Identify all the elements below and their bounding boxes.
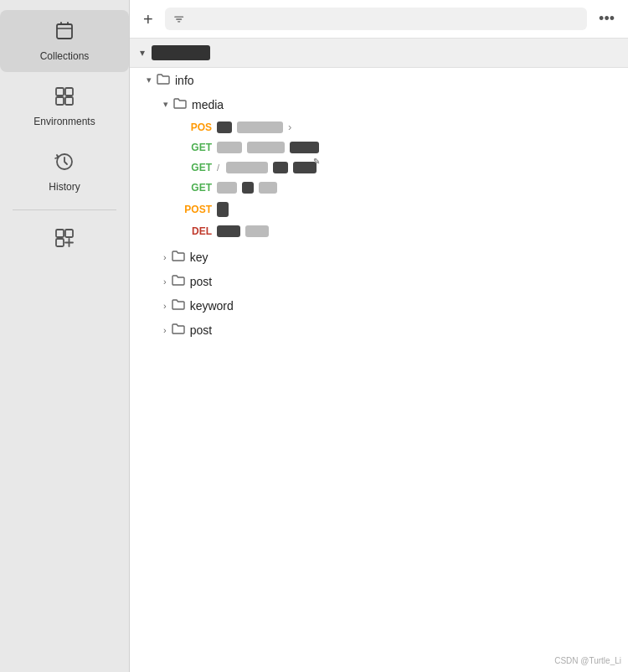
request-path-block-2 [247, 142, 285, 153]
folder-info-label: info [175, 74, 194, 87]
request-row-get-1[interactable]: GET [130, 137, 628, 158]
slash-icon: / [217, 163, 219, 173]
watermark: CSDN @Turtle_Li [554, 656, 621, 665]
request-file-icon [217, 202, 229, 217]
svg-rect-8 [56, 239, 64, 246]
keyword-chevron-icon: › [163, 301, 167, 311]
folder-post-2-label: post [190, 323, 212, 337]
request-row-get-3[interactable]: GET [130, 178, 628, 198]
more-options-button[interactable]: ••• [594, 7, 620, 31]
request-path-block-5b [245, 225, 269, 237]
request-path-block-4c [259, 182, 277, 194]
search-input[interactable] [191, 13, 579, 25]
toolbar: + ••• [130, 0, 628, 39]
folder-post-1[interactable]: › post [130, 269, 628, 293]
tree-view: ▾ ▾ info ▾ media POS [130, 39, 628, 672]
collections-label: Collections [40, 50, 90, 62]
folder-icon-post-1 [172, 274, 185, 288]
method-del-1: DEL [180, 225, 212, 237]
folder-key-label: key [190, 251, 208, 264]
collections-icon [54, 20, 75, 47]
folder-post-2[interactable]: › post [130, 318, 628, 342]
svg-rect-0 [57, 24, 72, 39]
method-get-2: GET [180, 162, 212, 173]
root-chevron-icon: ▾ [140, 47, 145, 59]
sidebar-item-history[interactable]: History [0, 141, 129, 203]
folder-media-label: media [192, 98, 224, 111]
search-bar[interactable] [165, 8, 587, 30]
sidebar-divider [13, 209, 116, 210]
svg-rect-1 [56, 88, 64, 96]
request-path-block-3a [226, 162, 268, 173]
request-name-block-1 [217, 121, 232, 133]
folder-icon-media [173, 97, 187, 111]
root-collection-name-hidden [152, 45, 210, 60]
filter-icon [173, 13, 184, 25]
folder-info[interactable]: ▾ info [130, 68, 628, 92]
request-row-post-2[interactable]: POST [130, 198, 628, 221]
folder-icon-keyword [172, 298, 185, 313]
media-chevron-icon: ▾ [163, 99, 168, 110]
sidebar: Collections Environments History [0, 0, 130, 672]
environments-icon [54, 85, 75, 112]
method-get-3: GET [180, 182, 212, 194]
folder-post-1-label: post [190, 275, 212, 288]
request-row-post-1[interactable]: POS › [130, 116, 628, 137]
svg-rect-2 [65, 88, 73, 96]
folder-icon-post-2 [172, 323, 185, 337]
method-post-1: POS [180, 121, 212, 133]
key-chevron-icon: › [163, 252, 167, 262]
svg-rect-3 [56, 97, 64, 105]
folder-icon-info [157, 73, 170, 87]
main-panel: + ••• ▾ ▾ info [130, 0, 628, 672]
history-label: History [49, 181, 80, 193]
post1-chevron-icon: › [163, 277, 167, 287]
request-row-del-1[interactable]: DEL [130, 221, 628, 241]
folder-keyword[interactable]: › keyword [130, 293, 628, 318]
folder-media[interactable]: ▾ media [130, 92, 628, 116]
folder-key[interactable]: › key [130, 245, 628, 269]
sidebar-item-collections[interactable]: Collections [0, 10, 129, 72]
info-chevron-icon: ▾ [147, 75, 152, 85]
folder-icon-key [172, 250, 185, 264]
sidebar-item-environments[interactable]: Environments [0, 75, 129, 137]
svg-rect-7 [65, 230, 73, 237]
request-path-block-4b [242, 182, 254, 194]
folder-keyword-label: keyword [190, 299, 234, 313]
request-arrow-1: › [288, 121, 291, 133]
request-row-get-2[interactable]: GET / ✎ [130, 158, 628, 178]
sidebar-item-addons[interactable] [0, 217, 129, 267]
post2-chevron-icon: › [163, 325, 167, 335]
pin-icon: ✎ [313, 157, 320, 166]
request-path-block-3c: ✎ [293, 162, 317, 173]
root-collection-row[interactable]: ▾ [130, 39, 628, 68]
request-path-block-4a [217, 182, 237, 194]
svg-rect-6 [56, 230, 64, 237]
request-path-block-3b [273, 162, 288, 173]
history-icon [54, 151, 75, 178]
method-get-1: GET [180, 142, 212, 153]
request-path-block-5a [217, 225, 240, 237]
svg-rect-4 [65, 97, 73, 105]
add-button[interactable]: + [138, 8, 158, 31]
request-name-block-2 [217, 142, 242, 153]
request-path-block-2b [290, 142, 319, 153]
method-post-2: POST [180, 204, 212, 215]
addons-icon [54, 227, 75, 254]
environments-label: Environments [33, 116, 95, 127]
request-path-block-1 [237, 121, 283, 133]
